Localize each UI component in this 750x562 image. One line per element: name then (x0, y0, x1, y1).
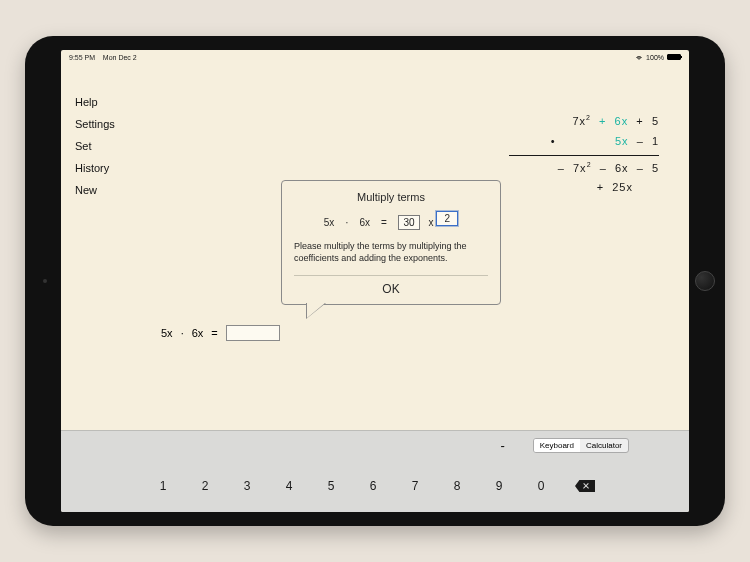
poly-row-3: – 7x2 – 6x – 5 (509, 159, 659, 179)
polynomial-workarea: 7x2 + 6x + 5 • 5x – 1 – 7x2 – 6x – 5 (509, 112, 659, 198)
exponent-input[interactable]: 2 (436, 211, 458, 226)
segment-keyboard[interactable]: Keyboard (534, 439, 580, 452)
op-equals-icon: = (381, 217, 387, 228)
op-multiply-dot-icon: · (346, 217, 349, 228)
key-6[interactable]: 6 (365, 479, 381, 493)
op-minus-icon: – (633, 135, 648, 147)
op-minus-icon: – (633, 162, 648, 174)
key-7[interactable]: 7 (407, 479, 423, 493)
popup-hint-text: Please multiply the terms by multiplying… (294, 240, 488, 264)
keypad-panel: - Keyboard Calculator 1 2 3 4 5 6 7 8 9 … (61, 430, 689, 512)
menu-item-history[interactable]: History (75, 162, 115, 174)
battery-icon (667, 54, 681, 60)
term: 7x2 (573, 162, 592, 174)
app-screen: 9:55 PM Mon Dec 2 100% Help Settings Set… (61, 50, 689, 512)
popup-equation: 5x · 6x = 30 x 2 (294, 211, 488, 230)
device-camera (43, 279, 47, 283)
main-menu: Help Settings Set History New (75, 96, 115, 196)
minus-key[interactable]: - (500, 438, 504, 453)
popup-tail-icon (306, 303, 326, 319)
term: 5x (161, 327, 173, 339)
input-mode-toggle: Keyboard Calculator (533, 438, 629, 453)
key-0[interactable]: 0 (533, 479, 549, 493)
key-2[interactable]: 2 (197, 479, 213, 493)
term: 5x (615, 135, 629, 147)
key-1[interactable]: 1 (155, 479, 171, 493)
poly-row-1: 7x2 + 6x + 5 (509, 112, 659, 132)
op-plus-icon: + (632, 115, 648, 127)
poly-row-2: • 5x – 1 (509, 132, 659, 152)
segment-calculator[interactable]: Calculator (580, 439, 628, 452)
menu-item-settings[interactable]: Settings (75, 118, 115, 130)
op-plus-icon: + (597, 181, 608, 193)
op-equals-icon: = (211, 327, 217, 339)
status-date: Mon Dec 2 (103, 54, 137, 61)
term: 5 (652, 115, 659, 127)
key-3[interactable]: 3 (239, 479, 255, 493)
key-8[interactable]: 8 (449, 479, 465, 493)
number-key-row: 1 2 3 4 5 6 7 8 9 0 (61, 459, 689, 512)
variable-x: x (428, 217, 433, 228)
poly-row-4: + 25x (509, 178, 659, 198)
key-5[interactable]: 5 (323, 479, 339, 493)
status-battery-pct: 100% (646, 54, 664, 61)
term: 5 (652, 162, 659, 174)
menu-item-new[interactable]: New (75, 184, 115, 196)
term: 6x (615, 115, 629, 127)
home-button[interactable] (695, 271, 715, 291)
status-time: 9:55 PM (69, 54, 95, 61)
bottom-equation: 5x · 6x = (161, 325, 280, 341)
division-line (509, 155, 659, 156)
status-left: 9:55 PM Mon Dec 2 (69, 54, 137, 61)
term: 6x (192, 327, 204, 339)
menu-item-set[interactable]: Set (75, 140, 115, 152)
key-9[interactable]: 9 (491, 479, 507, 493)
ok-button[interactable]: OK (294, 275, 488, 296)
term: 6x (359, 217, 370, 228)
popup-title: Multiply terms (294, 191, 488, 203)
answer-input[interactable] (226, 325, 280, 341)
term: 6x (615, 162, 629, 174)
term: 25x (612, 181, 633, 193)
status-right: 100% (635, 53, 681, 61)
wifi-icon (635, 53, 643, 61)
op-multiply-dot-icon: · (181, 327, 184, 339)
term: 7x2 (572, 115, 591, 127)
multiply-terms-popup: Multiply terms 5x · 6x = 30 x 2 Please m… (281, 180, 501, 305)
status-bar: 9:55 PM Mon Dec 2 100% (61, 50, 689, 64)
op-plus-icon: + (595, 115, 611, 127)
term: 5x (324, 217, 335, 228)
op-minus-icon: – (558, 162, 569, 174)
menu-item-help[interactable]: Help (75, 96, 115, 108)
tablet-frame: 9:55 PM Mon Dec 2 100% Help Settings Set… (25, 36, 725, 526)
backspace-icon[interactable] (575, 480, 595, 492)
op-minus-icon: – (596, 162, 611, 174)
op-multiply-dot-icon: • (551, 132, 611, 152)
term: 1 (652, 135, 659, 147)
key-4[interactable]: 4 (281, 479, 297, 493)
keypad-top-row: - Keyboard Calculator (61, 431, 689, 459)
coefficient-input[interactable]: 30 (398, 215, 420, 230)
